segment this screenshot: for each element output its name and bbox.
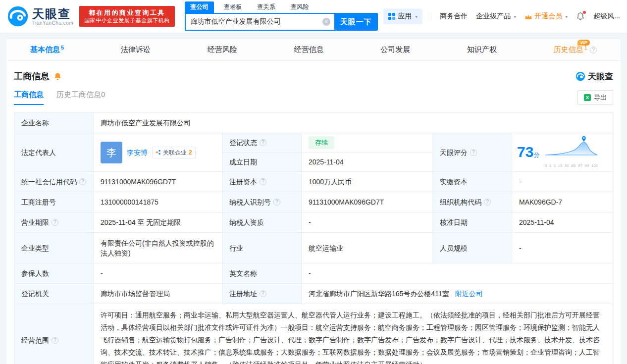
label-paid-capital: 实缴资本 — [433, 172, 512, 192]
value-legal-representative: 李 李安博 关联企业 2 — [94, 133, 222, 172]
label-tianyan-score: 天眼评分 — [433, 133, 512, 172]
value-company-type: 有限责任公司(非自然人投资或控股的法人独资) — [94, 233, 222, 263]
notification-dot — [583, 11, 586, 14]
search-tab-company[interactable]: 查公司 — [185, 1, 214, 13]
notifications-button[interactable] — [576, 12, 585, 21]
section-title-row: 工商信息 — [14, 70, 62, 82]
watermark-logo: 天眼查 — [575, 71, 613, 82]
label-industry: 行业 — [222, 233, 302, 263]
value-registration-status: 存续 — [302, 133, 433, 153]
chevron-down-icon — [415, 14, 418, 19]
chevron-down-icon — [565, 14, 568, 19]
label-registration-authority: 登记机关 — [14, 284, 94, 304]
help-icon[interactable] — [79, 178, 86, 185]
section-title: 工商信息 — [14, 70, 50, 82]
score-number: 73 — [517, 144, 533, 160]
score-distribution-chart: 0131550859799100 — [544, 134, 598, 171]
label-registered-capital: 注册资本 — [222, 172, 302, 192]
export-button[interactable]: 导出 — [577, 90, 613, 105]
business-info-card: 工商信息 天眼查 工商信息 历史工商信息0 — [6, 61, 621, 364]
tab-intellectual-property[interactable]: 知识产权 — [467, 45, 497, 54]
tab-count: 5 — [61, 45, 64, 51]
search-tab-relation[interactable]: 查关系 — [252, 1, 281, 13]
label-business-term: 营业期限 — [14, 212, 94, 233]
search-button[interactable]: 天眼一下 — [334, 13, 378, 31]
search-tab-boss[interactable]: 查老板 — [218, 1, 248, 13]
nearby-companies-link[interactable]: 附近公司 — [455, 289, 483, 299]
label-business-scope: 经营范围 — [14, 304, 94, 364]
value-tianyan-score[interactable]: 73分 0131550859799100 — [512, 133, 613, 172]
label-registration-number: 工商注册号 — [14, 192, 94, 212]
help-icon[interactable] — [52, 219, 58, 226]
value-insured-count: - — [94, 263, 222, 284]
label-company-type: 企业类型 — [14, 233, 94, 263]
relation-graph-icon — [156, 150, 161, 155]
related-companies-badge[interactable]: 关联企业 2 — [152, 147, 196, 158]
tianyancha-logo[interactable]: 天眼查 TianYanCha.com — [7, 5, 73, 27]
value-registration-number: 131000000141875 — [94, 192, 222, 212]
main-content: 基本信息 5 法律诉讼 经营风险 经营信息 公司发展 知识产权 VIP 历史信息… — [6, 39, 621, 364]
label-org-code: 组织机构代码 — [433, 192, 512, 212]
help-icon[interactable] — [52, 337, 58, 344]
enterprise-products-menu[interactable]: 企业级产品 — [476, 12, 516, 21]
tab-business-info[interactable]: 经营信息 — [294, 45, 323, 54]
tianyancha-eye-icon — [575, 71, 585, 81]
help-icon[interactable] — [484, 199, 491, 206]
monitor-bell-icon[interactable] — [53, 72, 62, 81]
header-actions: 应用 商务合作 企业级产品 开通会员 超级风... — [383, 8, 620, 24]
brand-name: 天眼查 — [32, 7, 73, 20]
help-icon[interactable] — [470, 149, 477, 156]
tianyancha-eye-icon — [7, 5, 29, 27]
value-credit-code: 91131000MAK096GD7T — [94, 172, 222, 192]
label-legal-representative: 法定代表人 — [14, 133, 94, 172]
value-registered-capital: 1000万人民币 — [302, 172, 433, 192]
subtab-business-info[interactable]: 工商信息 — [14, 90, 44, 105]
vip-upgrade-menu[interactable]: 开通会员 — [524, 12, 568, 21]
label-taxpayer-qualification: 纳税人资质 — [222, 212, 302, 233]
tab-legal-proceedings[interactable]: 法律诉讼 — [121, 45, 151, 54]
value-approval-date: 2025-11-04 — [512, 212, 613, 233]
label-registered-address: 注册地址 — [222, 284, 302, 304]
excel-icon — [584, 94, 591, 101]
label-registration-status: 登记状态 — [222, 133, 302, 153]
help-icon[interactable] — [590, 47, 597, 53]
value-registration-authority: 廊坊市市场监督管理局 — [94, 284, 222, 304]
tab-operational-risk[interactable]: 经营风险 — [208, 45, 237, 54]
value-company-name: 廊坊市低空产业发展有限公司 — [94, 113, 613, 133]
score-pin-icon — [582, 136, 586, 142]
tab-count: 1 — [584, 45, 587, 51]
value-business-scope: 许可项目：通用航空服务；商业非运输、私用大型航空器运营人、航空器代管人运行业务；… — [94, 304, 613, 364]
clear-search-icon[interactable] — [322, 18, 330, 26]
tab-history-info[interactable]: VIP 历史信息 1 — [554, 45, 597, 54]
brand-slogan: 都在用的商业查询工具 国家中小企业发展子基金旗下机构 — [79, 6, 175, 27]
value-business-term: 2025-11-04 至 无固定期限 — [94, 212, 222, 233]
company-section-tabs: 基本信息 5 法律诉讼 经营风险 经营信息 公司发展 知识产权 VIP 历史信息… — [6, 39, 621, 61]
label-taxpayer-id: 纳税人识别号 — [222, 192, 302, 212]
brand-domain: TianYanCha.com — [32, 20, 73, 26]
user-menu[interactable]: 超级风... — [593, 12, 620, 21]
help-icon[interactable] — [260, 290, 266, 297]
crown-icon — [524, 13, 532, 20]
value-english-name: - — [302, 263, 613, 284]
label-credit-code: 统一社会信用代码 — [14, 172, 94, 192]
score-curve — [544, 134, 598, 158]
help-icon[interactable] — [273, 199, 280, 206]
status-badge: 存续 — [309, 136, 334, 149]
search-tab-risk[interactable]: 查风险 — [285, 1, 314, 13]
apps-menu-button[interactable]: 应用 — [383, 8, 422, 24]
legal-rep-avatar[interactable]: 李 — [101, 142, 122, 163]
subtab-history-business-info[interactable]: 历史工商信息0 — [56, 90, 105, 105]
label-insured-count: 参保人数 — [14, 263, 94, 284]
search-area: 查公司 查老板 查关系 查风险 天眼一下 — [185, 2, 378, 31]
value-registered-address: 河北省廊坊市广阳区新华路165号办公楼411室 附近公司 — [302, 284, 613, 304]
legal-rep-name-link[interactable]: 李安博 — [127, 148, 148, 157]
tab-company-development[interactable]: 公司发展 — [380, 45, 410, 54]
chevron-down-icon — [514, 14, 516, 19]
value-industry: 航空运输业 — [302, 233, 433, 263]
label-company-name: 企业名称 — [14, 113, 94, 133]
search-input[interactable] — [185, 13, 334, 31]
help-icon[interactable] — [260, 178, 266, 185]
tab-basic-info[interactable]: 基本信息 5 — [30, 45, 64, 54]
business-cooperation-link[interactable]: 商务合作 — [440, 12, 468, 21]
help-icon[interactable] — [260, 139, 266, 146]
